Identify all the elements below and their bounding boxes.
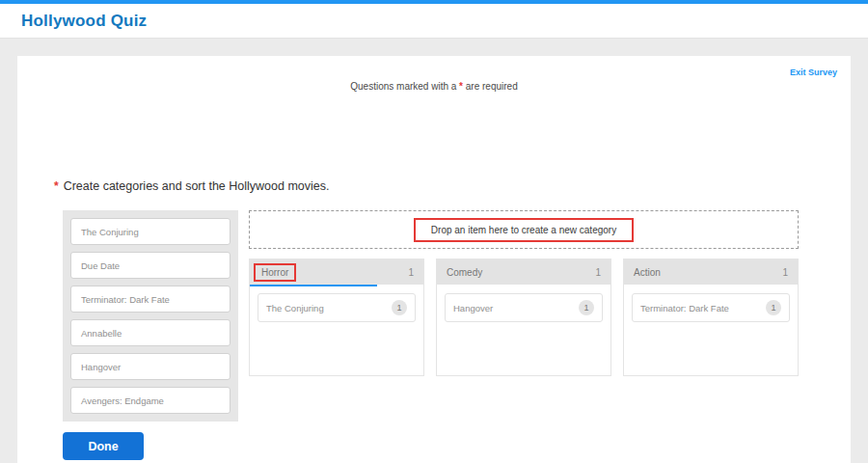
required-note-suffix: are required — [463, 81, 518, 92]
dropzone-label: Drop an item here to create a new catego… — [431, 225, 616, 235]
survey-panel: Exit Survey Questions marked with a * ar… — [17, 56, 851, 463]
category-horror: Horror 1 The Conjuring 1 — [249, 259, 424, 376]
palette-item[interactable]: Hangover — [70, 353, 231, 380]
category-item-card[interactable]: Hangover 1 — [445, 293, 603, 322]
category-count: 1 — [782, 267, 788, 278]
palette-item[interactable]: Terminator: Dark Fate — [70, 286, 231, 313]
palette-item-label: Terminator: Dark Fate — [81, 294, 170, 305]
category-name: Horror — [261, 267, 288, 278]
page-title: Hollywood Quiz — [21, 12, 147, 31]
palette-item-label: Due Date — [81, 260, 120, 271]
category-item-label: Terminator: Dark Fate — [640, 303, 729, 313]
category-name: Action — [634, 267, 661, 278]
category-header-action[interactable]: Action 1 — [624, 259, 798, 285]
question-label: Create categories and sort the Hollywood… — [64, 179, 330, 193]
category-name-edit-underline — [250, 285, 377, 286]
annotation-box-horror: Horror — [254, 263, 296, 282]
top-bar: Hollywood Quiz — [0, 0, 868, 39]
question-required-star: * — [54, 179, 59, 193]
item-count-badge: 1 — [579, 300, 594, 315]
exit-survey-link[interactable]: Exit Survey — [790, 68, 837, 77]
palette-item[interactable]: Avengers: Endgame — [70, 387, 231, 414]
category-header-comedy[interactable]: Comedy 1 — [437, 259, 610, 285]
question-text: *Create categories and sort the Hollywoo… — [54, 179, 330, 193]
palette-item[interactable]: Annabelle — [70, 319, 231, 346]
palette-item-label: Annabelle — [81, 328, 122, 339]
category-item-label: The Conjuring — [266, 303, 324, 313]
item-count-badge: 1 — [766, 300, 781, 315]
category-count: 1 — [595, 267, 601, 278]
item-count-badge: 1 — [392, 300, 407, 315]
category-comedy: Comedy 1 Hangover 1 — [436, 259, 611, 376]
palette-item-label: Hangover — [81, 362, 121, 372]
category-header-horror[interactable]: Horror 1 — [250, 259, 423, 285]
category-item-card[interactable]: The Conjuring 1 — [258, 293, 416, 322]
category-name: Comedy — [447, 267, 482, 278]
category-item-label: Hangover — [453, 303, 493, 313]
annotation-box-dropzone: Drop an item here to create a new catego… — [414, 218, 634, 242]
palette-item[interactable]: The Conjuring — [70, 218, 231, 245]
item-palette: The Conjuring Due Date Terminator: Dark … — [63, 210, 238, 422]
required-note-prefix: Questions marked with a — [350, 81, 459, 92]
done-button[interactable]: Done — [63, 432, 144, 460]
palette-item[interactable]: Due Date — [70, 252, 231, 279]
category-count: 1 — [408, 267, 414, 278]
category-action: Action 1 Terminator: Dark Fate 1 — [623, 259, 799, 376]
palette-item-label: Avengers: Endgame — [81, 395, 164, 406]
new-category-dropzone[interactable]: Drop an item here to create a new catego… — [249, 210, 799, 249]
category-item-card[interactable]: Terminator: Dark Fate 1 — [632, 293, 790, 322]
palette-item-label: The Conjuring — [81, 227, 139, 237]
required-note: Questions marked with a * are required — [17, 81, 851, 92]
